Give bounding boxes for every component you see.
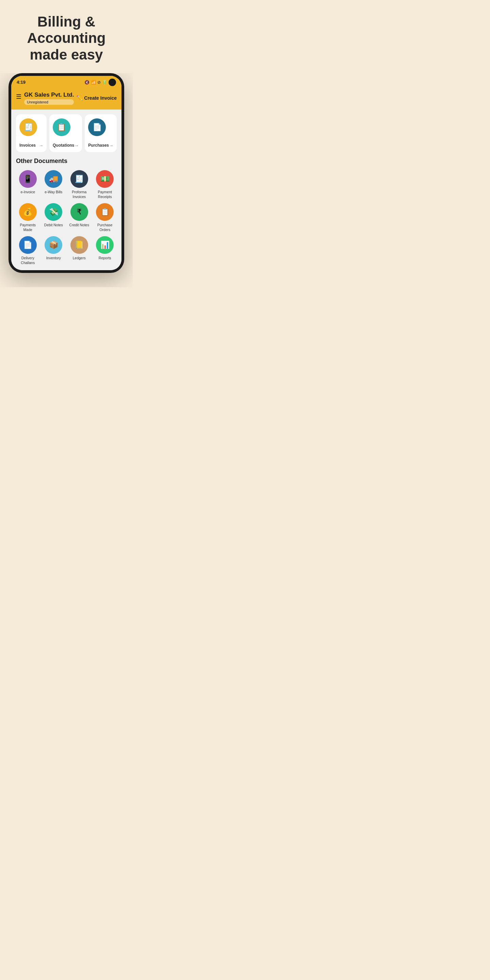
purchases-label-row: Purchases → <box>88 143 113 148</box>
unregistered-badge: Unregistered <box>24 99 74 105</box>
e-way-bills-label: e-Way Bills <box>45 190 62 195</box>
quotations-icon: 📋 <box>53 118 70 136</box>
quotations-label-row: Quotations → <box>53 143 79 148</box>
ledgers-label: Ledgers <box>73 256 86 261</box>
hero-title: Billing & Accounting made easy <box>10 14 123 63</box>
top-cards: 🧾 Invoices → 📋 Quotations → 📄 <box>16 115 117 152</box>
invoices-arrow: → <box>39 143 43 148</box>
e-invoice-item[interactable]: 📱 e-Invoice <box>16 170 40 199</box>
delivery-challans-icon: 📄 <box>19 236 37 254</box>
quotations-label: Quotations <box>53 143 74 148</box>
docs-grid: 📱 e-Invoice 🚚 e-Way Bills 🧾 Proforma Inv… <box>16 170 117 266</box>
payment-receipts-item[interactable]: 💵 Payment Receipts <box>93 170 117 199</box>
payment-receipts-icon: 💵 <box>96 170 114 188</box>
battery-icon: 🔋 <box>102 80 107 85</box>
purchase-orders-item[interactable]: 📋 Purchase Orders <box>93 203 117 232</box>
inventory-label: Inventory <box>46 256 61 261</box>
purchases-card[interactable]: 📄 Purchases → <box>85 115 117 152</box>
e-way-bills-item[interactable]: 🚚 e-Way Bills <box>42 170 66 199</box>
debit-notes-icon: 💸 <box>45 203 62 221</box>
status-time: 4:19 <box>17 80 25 85</box>
credit-notes-item[interactable]: ₹ Credit Notes <box>67 203 91 232</box>
purchase-orders-icon: 📋 <box>96 203 114 221</box>
proforma-invoices-item[interactable]: 🧾 Proforma Invoices <box>67 170 91 199</box>
purchases-label: Purchases <box>88 143 109 148</box>
e-invoice-icon: 📱 <box>19 170 37 188</box>
hamburger-icon[interactable]: ☰ <box>16 93 21 100</box>
inventory-icon: 📦 <box>45 236 62 254</box>
main-content: 🧾 Invoices → 📋 Quotations → 📄 <box>11 110 121 270</box>
credit-notes-icon: ₹ <box>70 203 88 221</box>
inventory-item[interactable]: 📦 Inventory <box>42 236 66 265</box>
mute-icon: 🔇 <box>84 80 89 85</box>
reports-item[interactable]: 📊 Reports <box>93 236 117 265</box>
purchases-icon: 📄 <box>88 118 106 136</box>
reports-icon: 📊 <box>96 236 114 254</box>
e-way-bills-icon: 🚚 <box>45 170 62 188</box>
company-info: GK Sales Pvt. Ltd. Unregistered <box>24 92 74 105</box>
company-name: GK Sales Pvt. Ltd. <box>24 92 74 98</box>
edit-icon: ✏️ <box>76 95 83 101</box>
delivery-challans-item[interactable]: 📄 Delivery Challans <box>16 236 40 265</box>
hero-section: Billing & Accounting made easy <box>0 0 133 73</box>
create-invoice-label: Create Invoice <box>84 95 117 101</box>
invoices-icon: 🧾 <box>19 118 37 136</box>
purchase-orders-label: Purchase Orders <box>93 223 117 232</box>
ledgers-item[interactable]: 📒 Ledgers <box>67 236 91 265</box>
phone-screen: 4:19 🔇 📶 ⊘ 🔋 ☰ GK Sales Pvt. Ltd. Unregi… <box>11 76 121 270</box>
quotations-arrow: → <box>74 143 79 148</box>
header-left: ☰ GK Sales Pvt. Ltd. Unregistered <box>16 92 74 105</box>
e-invoice-label: e-Invoice <box>21 190 35 195</box>
phone-mockup: 4:19 🔇 📶 ⊘ 🔋 ☰ GK Sales Pvt. Ltd. Unregi… <box>8 73 124 273</box>
status-bar: 4:19 🔇 📶 ⊘ 🔋 <box>11 76 121 89</box>
payment-receipts-label: Payment Receipts <box>93 190 117 199</box>
camera-circle <box>108 79 116 86</box>
other-docs-title: Other Documents <box>16 158 117 165</box>
quotations-card[interactable]: 📋 Quotations → <box>49 115 82 152</box>
create-invoice-button[interactable]: ✏️ Create Invoice <box>76 95 117 101</box>
proforma-invoices-label: Proforma Invoices <box>67 190 91 199</box>
status-icons: 🔇 📶 ⊘ 🔋 <box>84 79 116 86</box>
delivery-challans-label: Delivery Challans <box>16 256 40 265</box>
credit-notes-label: Credit Notes <box>69 223 89 228</box>
other-docs-section: Other Documents 📱 e-Invoice 🚚 e-Way Bill… <box>16 158 117 266</box>
debit-notes-label: Debit Notes <box>44 223 63 228</box>
payments-made-label: Payments Made <box>16 223 40 232</box>
dnd-icon: ⊘ <box>97 80 101 85</box>
invoices-label: Invoices <box>19 143 36 148</box>
invoices-label-row: Invoices → <box>19 143 43 148</box>
app-header: ☰ GK Sales Pvt. Ltd. Unregistered ✏️ Cre… <box>11 89 121 110</box>
wifi-icon: 📶 <box>91 80 96 85</box>
invoices-card[interactable]: 🧾 Invoices → <box>16 115 47 152</box>
debit-notes-item[interactable]: 💸 Debit Notes <box>42 203 66 232</box>
payments-made-icon: 💰 <box>19 203 37 221</box>
proforma-invoices-icon: 🧾 <box>70 170 88 188</box>
ledgers-icon: 📒 <box>70 236 88 254</box>
purchases-arrow: → <box>109 143 113 148</box>
payments-made-item[interactable]: 💰 Payments Made <box>16 203 40 232</box>
reports-label: Reports <box>99 256 111 261</box>
